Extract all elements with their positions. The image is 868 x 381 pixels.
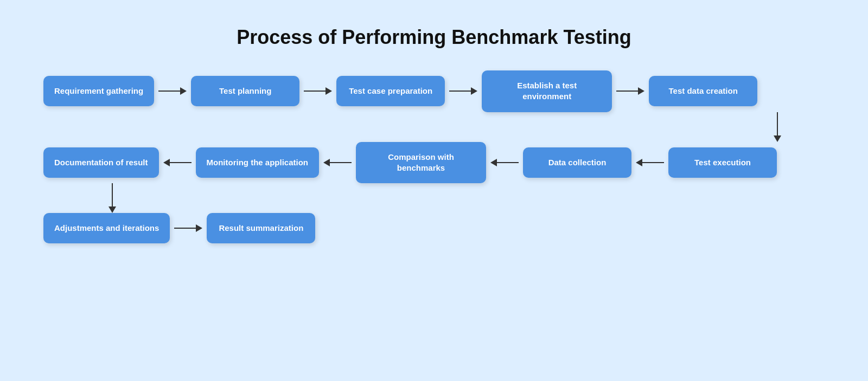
row-3: Adjustments and iterations Result summar… <box>43 213 846 243</box>
arrow-r1-3 <box>449 87 477 95</box>
box-comparison-with-benchmarks: Comparison with benchmarks <box>356 142 486 184</box>
row-2: Documentation of result Monitoring the a… <box>43 142 846 184</box>
box-test-case-preparation: Test case preparation <box>336 76 445 106</box>
arrow-r1-1 <box>158 87 187 95</box>
arrow-down-2 <box>108 183 116 213</box>
box-establish-test-environment: Establish a test environment <box>482 70 612 112</box>
box-documentation-of-result: Documentation of result <box>43 147 159 178</box>
connector-v1 <box>22 112 846 142</box>
page-title: Process of Performing Benchmark Testing <box>237 26 631 49</box>
box-adjustments-and-iterations: Adjustments and iterations <box>43 213 170 243</box>
connector-v2 <box>22 183 846 213</box>
box-test-data-creation: Test data creation <box>649 76 757 106</box>
row-1: Requirement gathering Test planning Test… <box>43 70 846 112</box>
arrow-r2-2 <box>323 159 352 166</box>
arrow-r1-4 <box>616 87 644 95</box>
arrow-r1-2 <box>304 87 332 95</box>
box-result-summarization: Result summarization <box>207 213 315 243</box>
box-data-collection: Data collection <box>523 147 631 178</box>
box-test-planning: Test planning <box>191 76 299 106</box>
diagram: Requirement gathering Test planning Test… <box>22 70 846 243</box>
arrow-r2-3 <box>490 159 519 166</box>
box-requirement-gathering: Requirement gathering <box>43 76 154 106</box>
arrow-r2-1 <box>163 159 192 166</box>
arrow-down-1 <box>774 112 781 142</box>
arrow-r3-1 <box>174 224 202 232</box>
box-monitoring-the-application: Monitoring the application <box>196 147 320 178</box>
box-test-execution: Test execution <box>668 147 777 178</box>
arrow-r2-4 <box>636 159 664 166</box>
